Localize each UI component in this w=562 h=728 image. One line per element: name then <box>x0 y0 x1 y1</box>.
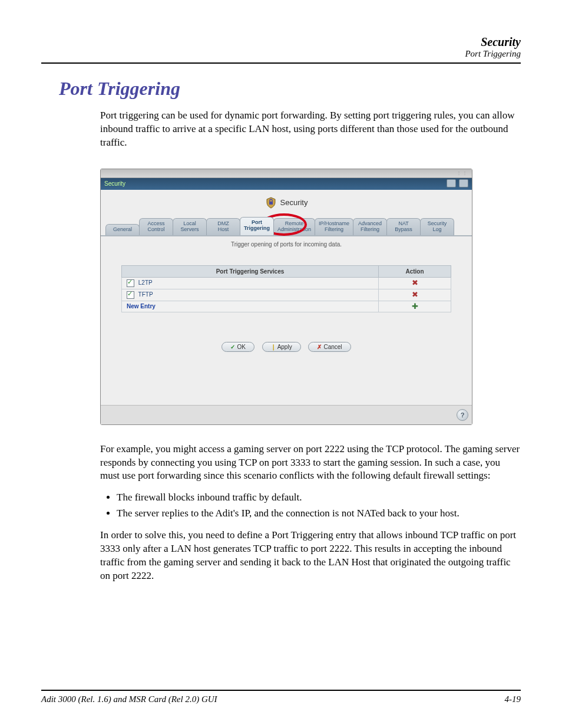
window-frame-top: ⋮⋮ <box>101 169 472 178</box>
shield-icon <box>265 197 277 209</box>
header-rule <box>41 62 521 64</box>
table-row: TFTP ✖ <box>122 289 451 301</box>
tab-ip-hostname-filtering[interactable]: IP/HostnameFiltering <box>315 218 353 235</box>
page-header: Security Port Triggering <box>41 35 521 59</box>
tab-bar: General AccessControl LocalServers DMZHo… <box>101 217 472 236</box>
button-row: ✓OK ❘Apply ✗Cancel <box>101 342 472 352</box>
table-header-row: Port Triggering Services Action <box>122 265 451 277</box>
list-item: The firewall blocks inbound traffic by d… <box>117 491 521 505</box>
footer-right: 4-19 <box>505 694 521 704</box>
check-icon: ✓ <box>230 344 235 350</box>
solution-paragraph: In order to solve this, you need to defi… <box>100 529 521 583</box>
intro-paragraph: Port triggering can be used for dynamic … <box>100 109 521 150</box>
service-label: TFTP <box>138 291 153 298</box>
services-table: Port Triggering Services Action L2TP ✖ <box>121 265 451 312</box>
tab-security-log[interactable]: SecurityLog <box>420 218 454 235</box>
svg-rect-0 <box>269 202 273 205</box>
page-title: Port Triggering <box>59 78 521 100</box>
tab-remote-admin[interactable]: RemoteAdministration <box>273 218 315 235</box>
x-icon: ✗ <box>317 344 322 350</box>
title-bar: Security <box>101 178 472 190</box>
panel-subcaption: Trigger opening of ports for incoming da… <box>101 241 472 248</box>
window-control-icon[interactable] <box>459 179 468 187</box>
apply-button[interactable]: ❘Apply <box>262 342 301 352</box>
window-control-icon[interactable] <box>447 179 456 187</box>
frame-grip-icon: ⋮⋮ <box>457 170 468 176</box>
delete-icon[interactable]: ✖ <box>411 291 419 298</box>
security-app-window: ⋮⋮ Security Security <box>100 169 472 425</box>
add-icon[interactable]: ✚ <box>411 303 419 310</box>
panel-title: Security <box>280 198 308 207</box>
tab-port-triggering[interactable]: PortTriggering <box>240 217 274 235</box>
header-section: Security <box>41 35 521 49</box>
col-action: Action <box>379 265 451 277</box>
tab-general[interactable]: General <box>105 224 140 235</box>
new-entry-link[interactable]: New Entry <box>127 303 156 309</box>
embedded-screenshot: ⋮⋮ Security Security <box>100 169 471 425</box>
table-row: L2TP ✖ <box>122 277 451 289</box>
body-column-2: For example, you might access a gaming s… <box>100 443 521 591</box>
footer-left: Adit 3000 (Rel. 1.6) and MSR Card (Rel 2… <box>41 694 217 704</box>
window-title: Security <box>104 180 125 187</box>
document-page: Security Port Triggering Port Triggering… <box>0 0 562 728</box>
ok-button[interactable]: ✓OK <box>222 342 254 352</box>
example-paragraph: For example, you might access a gaming s… <box>100 443 521 483</box>
table-row-new: New Entry ✚ <box>122 301 451 312</box>
delete-icon[interactable]: ✖ <box>411 279 419 286</box>
tab-dmz-host[interactable]: DMZHost <box>206 218 240 235</box>
tab-advanced-filtering[interactable]: AdvancedFiltering <box>353 218 387 235</box>
service-checkbox[interactable] <box>127 291 134 299</box>
service-label: L2TP <box>138 279 153 286</box>
header-subsection: Port Triggering <box>41 49 521 59</box>
tabs-container: General AccessControl LocalServers DMZHo… <box>101 217 472 236</box>
tab-access-control[interactable]: AccessControl <box>139 218 173 235</box>
col-services: Port Triggering Services <box>122 265 379 277</box>
service-checkbox[interactable] <box>127 279 134 287</box>
body-column: Port triggering can be used for dynamic … <box>100 109 521 158</box>
page-footer: Adit 3000 (Rel. 1.6) and MSR Card (Rel 2… <box>41 690 521 704</box>
help-icon[interactable]: ? <box>457 409 468 421</box>
status-bar: ? <box>101 405 472 424</box>
apply-icon: ❘ <box>271 344 276 350</box>
tab-local-servers[interactable]: LocalServers <box>173 218 207 235</box>
bullet-list: The firewall blocks inbound traffic by d… <box>117 491 521 521</box>
footer-rule <box>41 690 521 691</box>
tab-nat-bypass[interactable]: NATBypass <box>386 218 421 235</box>
app-body: Security General AccessControl LocalServ… <box>101 190 472 405</box>
cancel-button[interactable]: ✗Cancel <box>308 342 351 352</box>
panel-title-row: Security <box>101 190 472 217</box>
window-controls <box>445 179 468 189</box>
list-item: The server replies to the Adit's IP, and… <box>117 507 521 521</box>
